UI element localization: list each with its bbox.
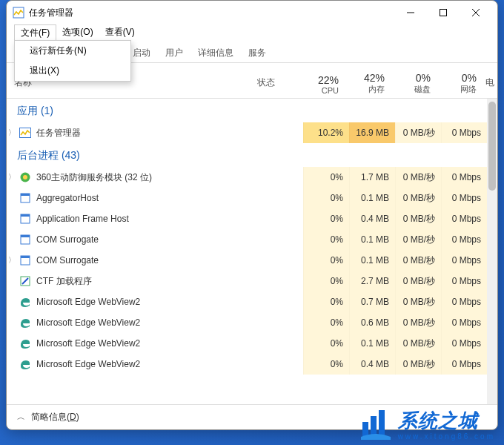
process-icon bbox=[19, 192, 32, 204]
process-name: AggregatorHost bbox=[36, 193, 262, 203]
watermark: 系统之城 www.xitong86.com bbox=[358, 408, 495, 441]
net-cell: 0 Mbps bbox=[441, 167, 487, 188]
process-name: 360主动防御服务模块 (32 位) bbox=[36, 171, 262, 184]
process-icon bbox=[19, 358, 32, 370]
apps-section-header: 应用 (1) bbox=[7, 99, 487, 122]
disk-cell: 0 MB/秒 bbox=[395, 208, 441, 229]
chevron-up-icon[interactable]: ︿ bbox=[17, 412, 25, 423]
disk-cell: 0 MB/秒 bbox=[395, 122, 441, 143]
process-list: 应用 (1)〉任务管理器10.2%16.9 MB0 MB/秒0 Mbps后台进程… bbox=[7, 99, 497, 404]
svg-rect-13 bbox=[21, 235, 30, 237]
net-cell: 0 Mbps bbox=[441, 333, 487, 354]
col-disk[interactable]: 0%磁盘 bbox=[391, 63, 437, 98]
cpu-cell: 0% bbox=[303, 333, 349, 354]
disk-cell: 0 MB/秒 bbox=[395, 167, 441, 188]
process-row[interactable]: 〉COM Surrogate0%0.1 MB0 MB/秒0 Mbps bbox=[7, 250, 487, 271]
window-title: 任务管理器 bbox=[29, 7, 395, 19]
process-row[interactable]: Microsoft Edge WebView20%0.1 MB0 MB/秒0 M… bbox=[7, 333, 487, 354]
task-manager-window: 任务管理器 文件(F) 选项(O) 查看(V) 运行新任务(N) 退出(X) 启… bbox=[6, 0, 498, 430]
file-dropdown: 运行新任务(N) 退出(X) bbox=[14, 40, 131, 82]
process-row[interactable]: Microsoft Edge WebView20%0.4 MB0 MB/秒0 M… bbox=[7, 354, 487, 375]
cpu-cell: 0% bbox=[303, 291, 349, 312]
cpu-cell: 0% bbox=[303, 188, 349, 208]
titlebar[interactable]: 任务管理器 bbox=[7, 1, 497, 24]
svg-rect-15 bbox=[21, 256, 30, 258]
col-power[interactable]: 电 bbox=[483, 63, 497, 98]
watermark-url: www.xitong86.com bbox=[398, 432, 495, 441]
net-cell: 0 Mbps bbox=[441, 208, 487, 229]
mem-cell: 0.1 MB bbox=[349, 250, 395, 271]
menu-view[interactable]: 查看(V) bbox=[99, 24, 141, 41]
net-cell: 0 Mbps bbox=[441, 229, 487, 250]
menu-file[interactable]: 文件(F) bbox=[14, 24, 56, 41]
process-row[interactable]: COM Surrogate0%0.1 MB0 MB/秒0 Mbps bbox=[7, 229, 487, 250]
menu-run-new-task[interactable]: 运行新任务(N) bbox=[15, 41, 130, 61]
menubar: 文件(F) 选项(O) 查看(V) 运行新任务(N) 退出(X) bbox=[7, 24, 497, 41]
scrollbar[interactable] bbox=[487, 99, 497, 404]
process-name: CTF 加载程序 bbox=[36, 275, 262, 288]
process-name: COM Surrogate bbox=[36, 234, 262, 245]
disk-cell: 0 MB/秒 bbox=[395, 271, 441, 291]
process-row[interactable]: Microsoft Edge WebView20%0.6 MB0 MB/秒0 M… bbox=[7, 312, 487, 333]
net-cell: 0 Mbps bbox=[441, 271, 487, 291]
process-icon bbox=[19, 213, 32, 225]
process-icon bbox=[19, 171, 32, 183]
svg-rect-9 bbox=[21, 194, 30, 196]
mem-cell: 0.1 MB bbox=[349, 333, 395, 354]
process-name: Microsoft Edge WebView2 bbox=[36, 338, 262, 349]
process-icon bbox=[19, 317, 32, 329]
process-row[interactable]: AggregatorHost0%0.1 MB0 MB/秒0 Mbps bbox=[7, 188, 487, 208]
process-name: Application Frame Host bbox=[36, 214, 262, 224]
expand-icon[interactable]: 〉 bbox=[7, 255, 17, 266]
expand-icon[interactable]: 〉 bbox=[7, 128, 17, 138]
tab-details[interactable]: 详细信息 bbox=[190, 44, 241, 62]
scrollbar-thumb[interactable] bbox=[488, 102, 496, 191]
process-name: Microsoft Edge WebView2 bbox=[36, 317, 262, 328]
col-network[interactable]: 0%网络 bbox=[437, 63, 483, 98]
mem-cell: 0.6 MB bbox=[349, 312, 395, 333]
process-icon bbox=[19, 275, 32, 287]
net-cell: 0 Mbps bbox=[441, 250, 487, 271]
cpu-cell: 0% bbox=[303, 271, 349, 291]
close-button[interactable] bbox=[460, 2, 491, 23]
mem-cell: 16.9 MB bbox=[349, 122, 395, 143]
cpu-cell: 0% bbox=[303, 354, 349, 375]
svg-rect-11 bbox=[21, 214, 30, 217]
tab-services[interactable]: 服务 bbox=[241, 44, 273, 62]
process-icon bbox=[19, 254, 32, 266]
process-row[interactable]: CTF 加载程序0%2.7 MB0 MB/秒0 Mbps bbox=[7, 271, 487, 291]
net-cell: 0 Mbps bbox=[441, 188, 487, 208]
process-icon bbox=[19, 296, 32, 308]
svg-rect-2 bbox=[440, 10, 447, 16]
maximize-button[interactable] bbox=[428, 2, 459, 23]
col-status[interactable]: 状态 bbox=[257, 63, 299, 98]
mem-cell: 1.7 MB bbox=[349, 167, 395, 188]
mem-cell: 0.1 MB bbox=[349, 188, 395, 208]
process-row[interactable]: 〉360主动防御服务模块 (32 位)0%1.7 MB0 MB/秒0 Mbps bbox=[7, 167, 487, 188]
expand-icon[interactable]: 〉 bbox=[7, 172, 17, 182]
cpu-cell: 0% bbox=[303, 167, 349, 188]
process-icon bbox=[19, 234, 32, 245]
process-icon bbox=[19, 127, 32, 139]
svg-rect-0 bbox=[13, 7, 24, 18]
app-icon bbox=[13, 7, 24, 19]
watermark-name: 系统之城 bbox=[398, 408, 495, 434]
net-cell: 0 Mbps bbox=[441, 312, 487, 333]
disk-cell: 0 MB/秒 bbox=[395, 354, 441, 375]
fewer-details-link[interactable]: 简略信息(D) bbox=[31, 411, 79, 423]
disk-cell: 0 MB/秒 bbox=[395, 312, 441, 333]
tab-users[interactable]: 用户 bbox=[158, 44, 190, 62]
minimize-button[interactable] bbox=[395, 2, 426, 23]
col-cpu[interactable]: 22%CPU bbox=[299, 63, 345, 98]
net-cell: 0 Mbps bbox=[441, 354, 487, 375]
process-name: Microsoft Edge WebView2 bbox=[36, 297, 262, 307]
process-row[interactable]: Application Frame Host0%0.4 MB0 MB/秒0 Mb… bbox=[7, 208, 487, 229]
process-row[interactable]: Microsoft Edge WebView20%0.7 MB0 MB/秒0 M… bbox=[7, 291, 487, 312]
process-name: COM Surrogate bbox=[36, 255, 262, 266]
process-row[interactable]: 〉任务管理器10.2%16.9 MB0 MB/秒0 Mbps bbox=[7, 122, 487, 143]
col-memory[interactable]: 42%内存 bbox=[345, 63, 391, 98]
menu-options[interactable]: 选项(O) bbox=[56, 24, 99, 41]
disk-cell: 0 MB/秒 bbox=[395, 291, 441, 312]
disk-cell: 0 MB/秒 bbox=[395, 188, 441, 208]
menu-exit[interactable]: 退出(X) bbox=[15, 61, 130, 81]
